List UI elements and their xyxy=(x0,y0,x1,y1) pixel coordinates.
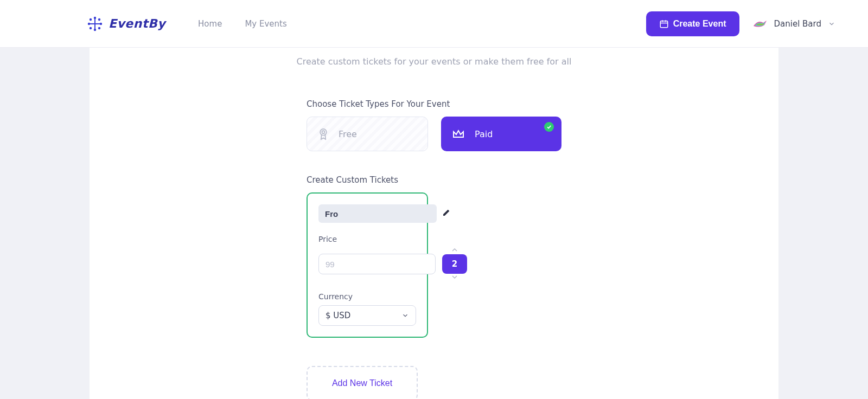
logo-icon xyxy=(87,16,103,32)
currency-select[interactable]: $ USD xyxy=(318,305,416,326)
edit-icon[interactable] xyxy=(442,208,451,219)
svg-point-15 xyxy=(320,129,327,136)
choose-types-label: Choose Ticket Types For Your Event xyxy=(307,99,561,109)
price-label: Price xyxy=(318,235,416,243)
qty-value[interactable]: 2 xyxy=(442,254,467,274)
svg-point-6 xyxy=(90,27,92,29)
main-nav: Home My Events xyxy=(198,19,287,29)
ticket-type-free[interactable]: Free xyxy=(307,117,428,151)
logo[interactable]: EventBy xyxy=(87,16,165,32)
nav-home[interactable]: Home xyxy=(198,19,222,29)
svg-point-4 xyxy=(90,18,92,20)
check-icon xyxy=(544,122,554,132)
free-label: Free xyxy=(339,129,357,139)
calendar-icon xyxy=(659,19,669,29)
page-stage: Create custom tickets for your events or… xyxy=(0,48,868,399)
currency-value: $ USD xyxy=(326,311,350,320)
svg-point-16 xyxy=(322,131,325,133)
ticket-card: Price 2 Currency $ USD xyxy=(307,192,428,338)
svg-point-7 xyxy=(98,27,100,29)
chevron-down-icon xyxy=(828,20,835,28)
content-card: Create custom tickets for your events or… xyxy=(90,48,778,399)
price-row: 2 xyxy=(318,248,416,280)
ticket-name-row xyxy=(318,204,416,223)
header-bar: EventBy Home My Events Create Event Dani… xyxy=(0,0,868,48)
badge-icon xyxy=(318,127,329,140)
avatar xyxy=(752,18,768,29)
svg-rect-11 xyxy=(660,21,668,27)
user-menu[interactable]: Daniel Bard xyxy=(752,18,836,29)
logo-text: EventBy xyxy=(108,17,165,30)
create-event-label: Create Event xyxy=(673,19,726,29)
add-ticket-label: Add New Ticket xyxy=(332,378,392,388)
qty-down[interactable] xyxy=(452,275,457,280)
ticket-type-row: Free Paid xyxy=(307,117,561,151)
crown-icon xyxy=(452,128,465,139)
currency-label: Currency xyxy=(318,292,416,301)
qty-up[interactable] xyxy=(452,248,457,253)
page-subheading: Create custom tickets for your events or… xyxy=(90,48,778,67)
add-new-ticket-button[interactable]: Add New Ticket xyxy=(307,366,418,399)
price-input[interactable] xyxy=(318,254,436,274)
chevron-down-icon xyxy=(401,312,409,319)
nav-my-events[interactable]: My Events xyxy=(245,19,286,29)
ticket-type-paid[interactable]: Paid xyxy=(441,117,561,151)
paid-label: Paid xyxy=(475,129,493,139)
ticket-name-input[interactable] xyxy=(318,204,437,223)
ticket-form: Choose Ticket Types For Your Event Free … xyxy=(307,99,561,399)
quantity-stepper: 2 xyxy=(442,248,467,280)
custom-tickets-label: Create Custom Tickets xyxy=(307,175,561,185)
svg-rect-9 xyxy=(90,23,100,24)
create-event-button[interactable]: Create Event xyxy=(646,11,739,36)
user-name: Daniel Bard xyxy=(774,19,822,29)
svg-point-5 xyxy=(98,18,100,20)
